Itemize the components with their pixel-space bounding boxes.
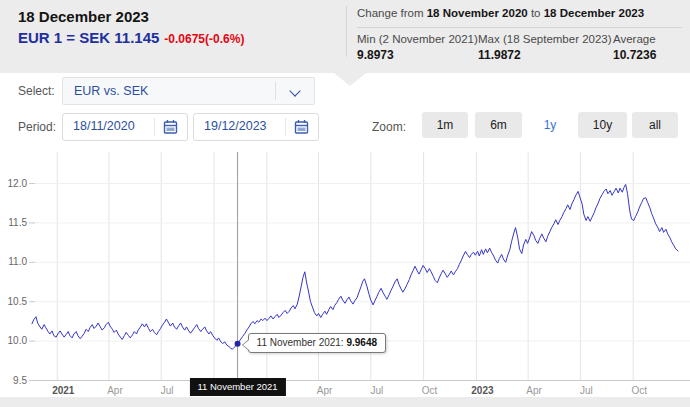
svg-text:Apr: Apr [526, 385, 542, 396]
change-prefix: Change from [357, 7, 423, 19]
zoom-button-1y[interactable]: 1y [528, 112, 572, 138]
header-vertical-divider [346, 6, 347, 57]
svg-text:Jul: Jul [580, 385, 593, 396]
svg-text:Apr: Apr [317, 385, 333, 396]
period-label: Period: [18, 120, 56, 134]
change-period: Change from 18 November 2020 to 18 Decem… [357, 7, 644, 19]
crosshair-date-flag: 11 November 2021 [190, 378, 286, 396]
change-from-date: 18 November 2020 [427, 7, 528, 19]
header-horizontal-divider [357, 27, 682, 28]
zoom-label: Zoom: [372, 120, 406, 134]
rate-line: EUR 1 = SEK 11.145-0.0675(-0.6%) [18, 29, 244, 47]
change-to-date: 18 December 2023 [544, 7, 644, 19]
period-to-input[interactable] [204, 119, 279, 133]
rate-value: EUR 1 = SEK 11.145 [18, 29, 159, 46]
tooltip-value: 9.9648 [346, 337, 377, 348]
change-mid: to [531, 7, 541, 19]
svg-text:Jul: Jul [161, 385, 174, 396]
calendar-icon[interactable] [163, 119, 178, 135]
svg-text:Jul: Jul [370, 385, 383, 396]
zoom-button-1m[interactable]: 1m [422, 112, 468, 138]
header-notch-triangle [334, 73, 366, 86]
stat-max: Max (18 September 2023)11.9872 [478, 33, 612, 62]
exchange-rate-chart[interactable]: 2021AprJulOct2022AprJulOct2023AprJulOct9… [0, 150, 690, 397]
svg-text:10.5: 10.5 [8, 296, 28, 307]
rate-change: -0.0675(-0.6%) [164, 32, 244, 46]
zoom-button-6m[interactable]: 6m [475, 112, 522, 138]
chevron-down-icon [289, 85, 300, 96]
zoom-button-10y[interactable]: 10y [578, 112, 627, 138]
stat-average: Average10.7236 [613, 33, 656, 62]
svg-text:9.5: 9.5 [13, 375, 27, 386]
svg-text:2023: 2023 [471, 385, 494, 396]
stat-min: Min (2 November 2021)9.8973 [357, 33, 478, 62]
svg-text:11.5: 11.5 [8, 217, 27, 228]
period-from-input[interactable] [73, 119, 148, 133]
bottom-strip [0, 397, 690, 407]
svg-text:10.0: 10.0 [8, 335, 28, 346]
period-from-field[interactable] [62, 113, 188, 141]
period-to-field[interactable] [193, 113, 319, 141]
current-date: 18 December 2023 [18, 8, 149, 25]
svg-text:Apr: Apr [107, 385, 123, 396]
currency-pair-value: EUR vs. SEK [74, 84, 148, 98]
zoom-button-all[interactable]: all [632, 112, 678, 138]
svg-text:Oct: Oct [422, 385, 438, 396]
currency-pair-select[interactable]: EUR vs. SEK [62, 77, 315, 105]
chart-tooltip: 11 November 2021: 9.9648 [248, 333, 386, 353]
svg-text:11.0: 11.0 [8, 256, 27, 267]
svg-text:2021: 2021 [52, 385, 75, 396]
svg-text:Oct: Oct [631, 385, 647, 396]
currency-chart-page: 18 December 2023 EUR 1 = SEK 11.145-0.06… [0, 0, 690, 407]
select-label: Select: [18, 84, 55, 98]
tooltip-date: 11 November 2021: [257, 337, 344, 348]
calendar-icon[interactable] [294, 119, 309, 135]
svg-text:12.0: 12.0 [8, 178, 28, 189]
